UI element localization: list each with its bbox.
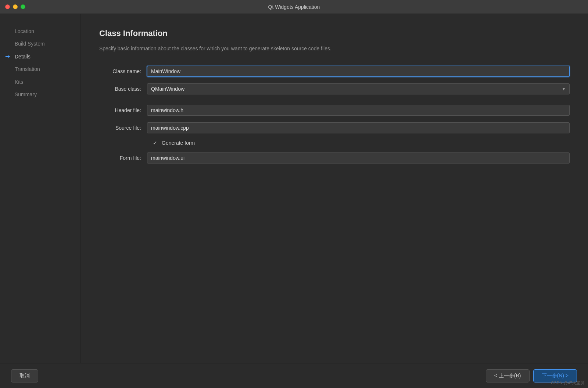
generate-form-text: Generate form [162, 140, 195, 146]
base-class-select-wrapper: QMainWindow QWidget QDialog ▼ [147, 83, 570, 94]
close-button[interactable] [5, 4, 10, 9]
maximize-button[interactable] [21, 4, 25, 9]
base-class-row: Base class: QMainWindow QWidget QDialog … [99, 83, 570, 94]
content-area: Class Information Specify basic informat… [81, 14, 588, 388]
sidebar-item-translation[interactable]: ➡ Translation [0, 63, 80, 75]
base-class-select[interactable]: QMainWindow QWidget QDialog [147, 83, 570, 94]
sidebar-item-build-system[interactable]: ➡ Build System [0, 37, 80, 50]
sidebar-label-details: Details [15, 54, 31, 60]
header-file-input[interactable] [147, 105, 570, 116]
page-title: Class Information [99, 29, 570, 38]
sidebar-item-location[interactable]: ➡ Location [0, 25, 80, 37]
cancel-button[interactable]: 取消 [11, 369, 38, 382]
sidebar-item-details[interactable]: ➡ Details [0, 50, 80, 63]
footer: 取消 < 上一步(B) 下一步(N) > [0, 363, 588, 388]
generate-form-row: ✓ Generate form [99, 140, 570, 146]
header-file-row: Header file: [99, 105, 570, 116]
class-name-input[interactable] [147, 66, 570, 77]
watermark: CSDN @47大宝贝 [551, 380, 584, 386]
window-title: Qt Widgets Application [268, 4, 320, 10]
minimize-button[interactable] [13, 4, 18, 9]
form-file-label: Form file: [99, 155, 147, 161]
sidebar-label-kits: Kits [15, 79, 23, 85]
sidebar-item-kits[interactable]: ➡ Kits [0, 76, 80, 88]
base-class-label: Base class: [99, 86, 147, 92]
form-file-input[interactable] [147, 152, 570, 164]
back-button[interactable]: < 上一步(B) [486, 369, 530, 382]
sidebar-label-location: Location [15, 28, 34, 34]
checkmark-icon: ✓ [153, 140, 159, 146]
sidebar-label-summary: Summary [15, 91, 37, 97]
source-file-input[interactable] [147, 122, 570, 133]
sidebar-label-build-system: Build System [15, 41, 45, 47]
page-description: Specify basic information about the clas… [99, 45, 430, 53]
form-container: Class name: Base class: QMainWindow QWid… [99, 66, 570, 381]
form-file-row: Form file: [99, 152, 570, 164]
sidebar-item-summary[interactable]: ➡ Summary [0, 88, 80, 101]
class-name-label: Class name: [99, 68, 147, 74]
source-file-row: Source file: [99, 122, 570, 133]
sidebar-label-translation: Translation [15, 66, 40, 72]
title-bar: Qt Widgets Application [0, 0, 588, 14]
header-file-label: Header file: [99, 107, 147, 113]
main-container: ➡ Location ➡ Build System ➡ Details ➡ Tr… [0, 14, 588, 388]
traffic-lights [5, 4, 25, 9]
source-file-label: Source file: [99, 125, 147, 131]
generate-form-label[interactable]: ✓ Generate form [153, 140, 195, 146]
class-name-row: Class name: [99, 66, 570, 77]
arrow-icon-active: ➡ [5, 52, 10, 61]
sidebar: ➡ Location ➡ Build System ➡ Details ➡ Tr… [0, 14, 81, 388]
